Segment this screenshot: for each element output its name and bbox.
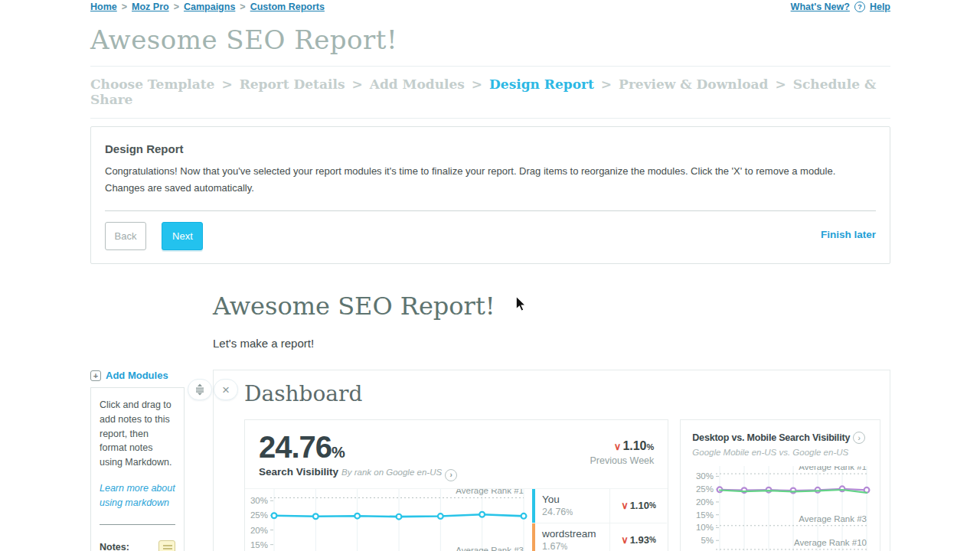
back-button[interactable]: Back: [105, 222, 146, 250]
search-visibility-value: 24.76%: [259, 430, 457, 464]
change-block: ∨1.10% Previous Week: [590, 430, 654, 481]
svg-text:30%: 30%: [250, 496, 268, 505]
report-preview-body: + Add Modules Click and drag to add note…: [90, 370, 890, 551]
dashboard-module: × Dashboard 24.76% Search VisibilityBy r…: [213, 370, 890, 551]
breadcrumb-separator: >: [174, 2, 179, 12]
step-separator: >: [351, 77, 362, 92]
step-report-details[interactable]: Report Details: [240, 77, 345, 92]
whats-new-link[interactable]: What's New?: [791, 2, 850, 12]
svg-text:5%: 5%: [701, 536, 714, 545]
svg-text:20%: 20%: [696, 497, 714, 507]
module-title: Dashboard: [244, 381, 880, 406]
breadcrumb-link-home[interactable]: Home: [90, 2, 117, 12]
notes-help-text: Click and drag to add notes to this repo…: [100, 398, 175, 470]
page-title: Awesome SEO Report!: [90, 24, 890, 55]
remove-module-icon[interactable]: ×: [214, 379, 238, 400]
step-separator: >: [775, 77, 786, 92]
legend-row: You24.76%∨1.10%: [532, 489, 667, 523]
detail-chevron-icon[interactable]: ›: [853, 432, 865, 444]
step-preview-download[interactable]: Preview & Download: [619, 77, 768, 92]
markdown-learn-more-link[interactable]: Learn more about using markdown: [100, 481, 175, 510]
breadcrumb-separator: >: [240, 2, 245, 12]
down-chevron-icon: ∨: [621, 500, 629, 511]
report-preview-subtitle: Let's make a report!: [213, 337, 890, 350]
help-link[interactable]: Help: [870, 2, 890, 12]
divider: [90, 118, 890, 119]
legend-value: 24.76%: [542, 507, 609, 517]
detail-chevron-icon[interactable]: ›: [445, 469, 457, 481]
next-button[interactable]: Next: [162, 222, 203, 250]
top-bar: Home>Moz Pro>Campaigns>Custom Reports Wh…: [90, 0, 890, 12]
svg-text:15%: 15%: [696, 510, 714, 520]
report-preview-title: Awesome SEO Report!: [213, 292, 890, 321]
breadcrumb-link-custom-reports[interactable]: Custom Reports: [250, 2, 325, 12]
down-chevron-icon: ∨: [621, 534, 629, 546]
svg-text:25%: 25%: [696, 484, 714, 494]
help-icon[interactable]: ?: [854, 2, 865, 12]
modules-sidebar: + Add Modules Click and drag to add note…: [90, 370, 185, 551]
step-add-modules[interactable]: Add Modules: [370, 77, 465, 92]
change-caption: Previous Week: [590, 455, 654, 466]
desktop-mobile-subtitle: Google Mobile en-US vs. Google en-US: [692, 448, 871, 457]
finish-later-link[interactable]: Finish later: [821, 229, 876, 240]
svg-text:20%: 20%: [250, 525, 268, 534]
legend-row: wordstream1.67%∨1.93%: [532, 523, 667, 551]
search-visibility-chart: 30%25%20%15%10%5%Average Rank #1Average …: [245, 489, 532, 551]
notes-label: Notes:: [100, 542, 129, 551]
legend-color-bar: [532, 489, 535, 523]
svg-text:10%: 10%: [696, 523, 714, 533]
panel-title: Design Report: [105, 142, 876, 155]
search-visibility-legend: You24.76%∨1.10%wordstream1.67%∨1.93%sear…: [532, 489, 667, 551]
panel-actions: Back Next Finish later: [105, 222, 876, 251]
drag-handle-icon[interactable]: [188, 379, 212, 400]
svg-text:Average Rank #1: Average Rank #1: [456, 489, 524, 495]
add-modules-button[interactable]: + Add Modules: [90, 370, 185, 381]
change-value: 1.10: [622, 439, 646, 452]
divider: [105, 210, 876, 211]
design-report-panel: Design Report Congratulations! Now that …: [90, 126, 890, 264]
svg-text:15%: 15%: [250, 540, 268, 549]
legend-name: You: [542, 494, 609, 505]
legend-change: ∨1.93%: [609, 523, 667, 551]
svg-text:Average Rank #10: Average Rank #10: [794, 538, 867, 547]
step-separator: >: [221, 77, 232, 92]
down-chevron-icon: ∨: [614, 441, 622, 452]
divider: [100, 524, 175, 525]
search-visibility-label: Search Visibility: [259, 466, 338, 478]
step-choose-template[interactable]: Choose Template: [90, 77, 214, 92]
step-separator: >: [472, 77, 482, 92]
breadcrumb-separator: >: [122, 2, 127, 12]
module-controls: ×: [188, 379, 238, 400]
svg-text:Average Rank #3: Average Rank #3: [456, 545, 524, 551]
search-visibility-card: 24.76% Search VisibilityBy rank on Googl…: [244, 419, 668, 551]
plus-icon: +: [90, 370, 101, 381]
search-visibility-sublabel: By rank on Google en-US: [341, 468, 442, 477]
svg-text:Average Rank #3: Average Rank #3: [799, 514, 867, 523]
svg-text:Average Rank #1: Average Rank #1: [799, 466, 867, 471]
breadcrumb-link-moz-pro[interactable]: Moz Pro: [132, 2, 169, 12]
breadcrumb-link-campaigns[interactable]: Campaigns: [184, 2, 235, 12]
legend-change: ∨1.10%: [609, 489, 667, 523]
desktop-mobile-card: Desktop vs. Mobile Search Visibility › G…: [680, 419, 880, 551]
svg-text:25%: 25%: [250, 510, 268, 520]
add-modules-label[interactable]: Add Modules: [106, 370, 168, 381]
notes-module-card[interactable]: Click and drag to add notes to this repo…: [90, 387, 185, 551]
legend-name: wordstream: [542, 528, 609, 540]
legend-value: 1.67%: [542, 541, 609, 551]
legend-color-bar: [532, 523, 535, 551]
breadcrumb: Home>Moz Pro>Campaigns>Custom Reports: [90, 2, 325, 12]
step-separator: >: [601, 77, 612, 92]
desktop-mobile-chart: 30%25%20%15%10%5%Average Rank #1Average …: [692, 466, 871, 551]
top-links: What's New? ? Help: [791, 2, 890, 12]
note-bubble-icon: [158, 540, 175, 551]
step-nav: Choose Template>Report Details>Add Modul…: [90, 67, 890, 118]
step-design-report[interactable]: Design Report: [489, 77, 594, 92]
desktop-mobile-title: Desktop vs. Mobile Search Visibility: [692, 432, 850, 443]
panel-description: Congratulations! Now that you've selecte…: [105, 163, 876, 197]
svg-text:30%: 30%: [696, 472, 714, 481]
